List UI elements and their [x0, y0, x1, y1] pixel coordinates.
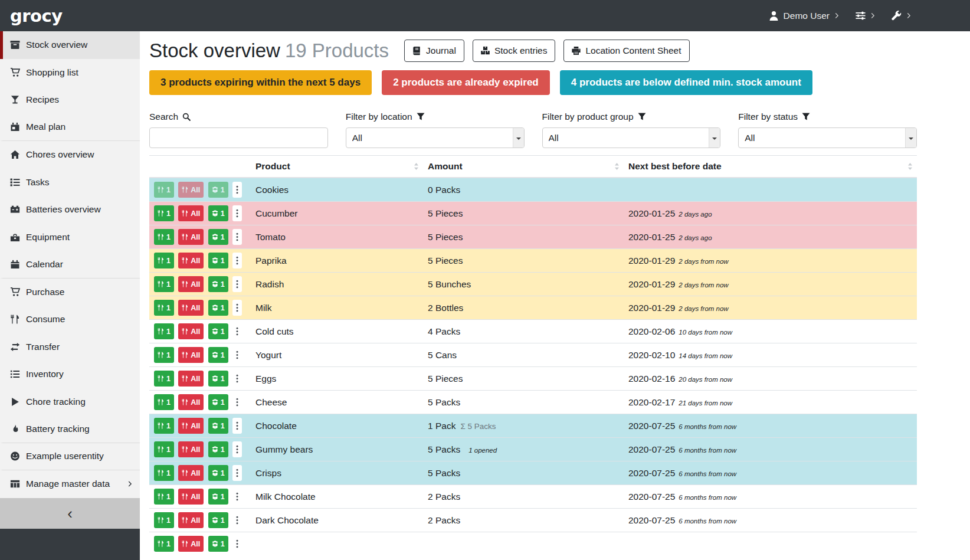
settings-menu[interactable]	[856, 11, 876, 21]
row-menu-button[interactable]	[232, 205, 242, 221]
consume-all-button[interactable]: All	[178, 512, 204, 528]
sidebar-item-stock-overview[interactable]: Stock overview	[0, 31, 140, 59]
admin-menu[interactable]	[892, 11, 912, 21]
consume-all-button[interactable]: All	[178, 489, 204, 505]
sidebar-item-purchase[interactable]: Purchase	[0, 279, 140, 306]
sidebar-item-equipment[interactable]: Equipment	[0, 224, 140, 251]
amount-column-header[interactable]: Amount	[423, 156, 624, 178]
sidebar-item-inventory[interactable]: Inventory	[0, 361, 140, 388]
row-menu-button[interactable]	[232, 465, 242, 481]
app-logo[interactable]: grocy	[10, 6, 63, 26]
consume-one-button[interactable]: 1	[154, 489, 174, 505]
sidebar-item-calendar[interactable]: Calendar	[0, 251, 140, 279]
open-one-button[interactable]: 1	[208, 300, 228, 316]
open-one-button[interactable]: 1	[208, 441, 228, 457]
consume-all-button[interactable]: All	[178, 253, 204, 268]
open-one-button[interactable]: 1	[208, 182, 228, 198]
open-one-button[interactable]: 1	[208, 253, 228, 268]
consume-all-button[interactable]: All	[178, 229, 204, 245]
consume-all-button[interactable]: All	[178, 418, 204, 434]
consume-all-button[interactable]: All	[178, 205, 204, 221]
open-one-button[interactable]: 1	[208, 205, 228, 221]
row-menu-button[interactable]	[232, 394, 242, 410]
sidebar-item-chore-tracking[interactable]: Chore tracking	[0, 388, 140, 416]
product-group-select[interactable]: All	[542, 127, 721, 148]
sidebar-collapse-button[interactable]: ‹	[0, 498, 140, 529]
consume-one-button[interactable]: 1	[154, 182, 174, 198]
consume-all-button[interactable]: All	[178, 536, 204, 552]
sidebar-item-meal-plan[interactable]: Meal plan	[0, 114, 140, 142]
consume-one-button[interactable]: 1	[154, 536, 174, 552]
consume-one-button[interactable]: 1	[154, 205, 174, 221]
consume-one-button[interactable]: 1	[154, 347, 174, 363]
banner-warning[interactable]: 3 products expiring within the next 5 da…	[149, 70, 372, 95]
location-content-sheet-button[interactable]: Location Content Sheet	[563, 40, 689, 62]
journal-button[interactable]: Journal	[404, 40, 464, 62]
sidebar-item-example-userentity[interactable]: Example userentity	[0, 443, 140, 471]
sidebar-item-manage-master-data[interactable]: Manage master data	[0, 470, 140, 498]
consume-all-button[interactable]: All	[178, 300, 204, 316]
sidebar-item-shopping-list[interactable]: Shopping list	[0, 59, 140, 87]
row-menu-button[interactable]	[232, 441, 242, 457]
open-one-button[interactable]: 1	[208, 276, 228, 292]
consume-one-button[interactable]: 1	[154, 512, 174, 528]
consume-one-button[interactable]: 1	[154, 394, 174, 410]
sort-icon[interactable]	[414, 163, 419, 171]
open-one-button[interactable]: 1	[208, 371, 228, 387]
row-menu-button[interactable]	[232, 371, 242, 387]
date-column-header[interactable]: Next best before date	[624, 156, 917, 178]
stock-entries-button[interactable]: Stock entries	[473, 40, 556, 62]
consume-all-button[interactable]: All	[178, 323, 204, 339]
row-menu-button[interactable]	[232, 489, 242, 505]
sidebar-item-chores-overview[interactable]: Chores overview	[0, 141, 140, 169]
open-one-button[interactable]: 1	[208, 229, 228, 245]
consume-all-button[interactable]: All	[178, 347, 204, 363]
row-menu-button[interactable]	[232, 536, 242, 552]
consume-all-button[interactable]: All	[178, 276, 204, 292]
row-menu-button[interactable]	[232, 253, 242, 268]
sort-icon[interactable]	[614, 163, 620, 171]
open-one-button[interactable]: 1	[208, 536, 228, 552]
open-one-button[interactable]: 1	[208, 465, 228, 481]
consume-one-button[interactable]: 1	[154, 229, 174, 245]
sidebar-item-tasks[interactable]: Tasks	[0, 169, 140, 197]
open-one-button[interactable]: 1	[208, 323, 228, 339]
banner-danger[interactable]: 2 products are already expired	[382, 70, 550, 95]
consume-one-button[interactable]: 1	[154, 465, 174, 481]
consume-one-button[interactable]: 1	[154, 253, 174, 268]
consume-all-button[interactable]: All	[178, 441, 204, 457]
status-select[interactable]: All	[738, 127, 917, 148]
row-menu-button[interactable]	[232, 300, 242, 316]
open-one-button[interactable]: 1	[208, 512, 228, 528]
consume-all-button[interactable]: All	[178, 394, 204, 410]
consume-one-button[interactable]: 1	[154, 441, 174, 457]
row-menu-button[interactable]	[232, 323, 242, 339]
banner-info[interactable]: 4 products are below defined min. stock …	[560, 70, 812, 95]
row-menu-button[interactable]	[232, 182, 242, 198]
sidebar-item-recipes[interactable]: Recipes	[0, 86, 140, 114]
sidebar-item-consume[interactable]: Consume	[0, 306, 140, 333]
consume-one-button[interactable]: 1	[154, 276, 174, 292]
row-menu-button[interactable]	[232, 347, 242, 363]
consume-one-button[interactable]: 1	[154, 371, 174, 387]
consume-one-button[interactable]: 1	[154, 418, 174, 434]
consume-one-button[interactable]: 1	[154, 300, 174, 316]
consume-one-button[interactable]: 1	[154, 323, 174, 339]
sidebar-item-battery-tracking[interactable]: Battery tracking	[0, 415, 140, 443]
row-menu-button[interactable]	[232, 418, 242, 434]
location-select[interactable]: All	[346, 127, 525, 148]
consume-all-button[interactable]: All	[178, 465, 204, 481]
sidebar-item-batteries-overview[interactable]: Batteries overview	[0, 196, 140, 224]
sidebar-item-transfer[interactable]: Transfer	[0, 333, 140, 361]
open-one-button[interactable]: 1	[208, 347, 228, 363]
open-one-button[interactable]: 1	[208, 394, 228, 410]
open-one-button[interactable]: 1	[208, 418, 228, 434]
product-column-header[interactable]: Product	[251, 156, 423, 178]
consume-all-button[interactable]: All	[178, 182, 204, 198]
row-menu-button[interactable]	[232, 276, 242, 292]
row-menu-button[interactable]	[232, 229, 242, 245]
user-menu[interactable]: Demo User	[769, 11, 840, 21]
open-one-button[interactable]: 1	[208, 489, 228, 505]
search-input[interactable]	[149, 127, 328, 148]
consume-all-button[interactable]: All	[178, 371, 204, 387]
